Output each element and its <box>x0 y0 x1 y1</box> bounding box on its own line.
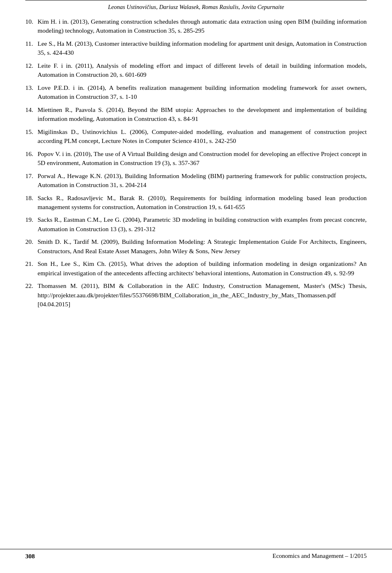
ref-text-17: Porwal A., Hewage K.N. (2013), Building … <box>38 172 367 190</box>
ref-number-15: 15. <box>25 127 38 146</box>
journal-name: Economics and Management – 1/2015 <box>272 552 367 561</box>
list-item: 20. Smith D. K., Tardif M. (2009), Build… <box>25 237 367 256</box>
ref-number-16: 16. <box>25 149 38 168</box>
ref-number-17: 17. <box>25 172 38 190</box>
ref-number-19: 19. <box>25 215 38 234</box>
list-item: 21. Son H., Lee S., Kim Ch. (2015), What… <box>25 259 367 278</box>
list-item: 19. Sacks R., Eastman C.M., Lee G. (2004… <box>25 215 367 234</box>
ref-number-21: 21. <box>25 259 38 278</box>
page-number: 308 <box>25 552 35 561</box>
list-item: 22. Thomassen M. (2011), BIM & Collabora… <box>25 281 367 309</box>
references-list: 10. Kim H. i in. (2013), Generating cons… <box>25 17 367 309</box>
list-item: 17. Porwal A., Hewage K.N. (2013), Build… <box>25 172 367 190</box>
ref-text-18: Sacks R., Radosavljevic M., Barak R. (20… <box>38 194 367 212</box>
ref-text-21: Son H., Lee S., Kim Ch. (2015), What dri… <box>38 259 367 278</box>
ref-text-22: Thomassen M. (2011), BIM & Collaboration… <box>38 281 367 309</box>
ref-text-13: Love P.E.D. i in. (2014), A benefits rea… <box>38 83 367 102</box>
ref-number-18: 18. <box>25 194 38 212</box>
page-header: Leonas Ustinovičius, Dariusz Walasek, Ro… <box>25 0 367 16</box>
ref-number-10: 10. <box>25 17 38 36</box>
ref-text-15: Migilinskas D., Ustinovichius L. (2006),… <box>38 127 367 146</box>
ref-text-11: Lee S., Ha M. (2013), Customer interacti… <box>38 39 367 58</box>
ref-text-16: Popov V. i in. (2010), The use of A Virt… <box>38 149 367 168</box>
ref-text-14: Miettinen R., Paavola S. (2014), Beyond … <box>38 105 367 124</box>
ref-text-19: Sacks R., Eastman C.M., Lee G. (2004), P… <box>38 215 367 234</box>
ref-number-14: 14. <box>25 105 38 124</box>
ref-text-10: Kim H. i in. (2013), Generating construc… <box>38 17 367 36</box>
list-item: 13. Love P.E.D. i in. (2014), A benefits… <box>25 83 367 102</box>
page-container: Leonas Ustinovičius, Dariusz Walasek, Ro… <box>0 0 392 573</box>
list-item: 10. Kim H. i in. (2013), Generating cons… <box>25 17 367 36</box>
ref-number-12: 12. <box>25 61 38 80</box>
list-item: 15. Migilinskas D., Ustinovichius L. (20… <box>25 127 367 146</box>
ref-number-11: 11. <box>25 39 38 58</box>
page-footer: 308 Economics and Management – 1/2015 <box>0 549 392 561</box>
list-item: 18. Sacks R., Radosavljevic M., Barak R.… <box>25 194 367 212</box>
list-item: 14. Miettinen R., Paavola S. (2014), Bey… <box>25 105 367 124</box>
ref-number-20: 20. <box>25 237 38 256</box>
header-authors: Leonas Ustinovičius, Dariusz Walasek, Ro… <box>108 4 284 10</box>
list-item: 11. Lee S., Ha M. (2013), Customer inter… <box>25 39 367 58</box>
list-item: 12. Leite F. i in. (2011), Analysis of m… <box>25 61 367 80</box>
ref-text-12: Leite F. i in. (2011), Analysis of model… <box>38 61 367 80</box>
ref-text-20: Smith D. K., Tardif M. (2009), Building … <box>38 237 367 256</box>
ref-number-22: 22. <box>25 281 38 309</box>
list-item: 16. Popov V. i in. (2010), The use of A … <box>25 149 367 168</box>
ref-number-13: 13. <box>25 83 38 102</box>
